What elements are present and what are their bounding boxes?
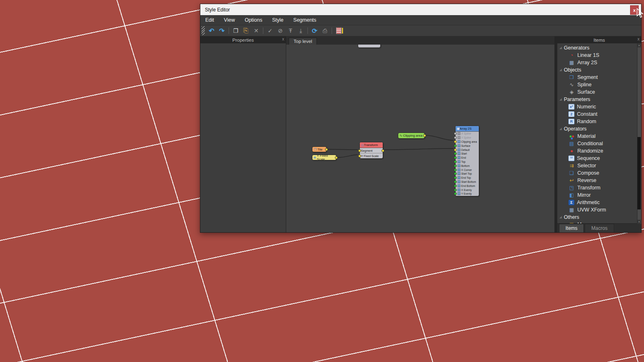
item-reverse[interactable]: ↩Reverse	[557, 177, 641, 184]
item-macro[interactable]: ▨Macro	[557, 221, 641, 223]
group-generators[interactable]: Generators	[557, 44, 641, 52]
scroll-up-icon[interactable]: •	[637, 43, 641, 47]
transform-output-port[interactable]	[381, 149, 384, 152]
array-x-evenly-port[interactable]	[454, 189, 457, 191]
array-row-y-spline: Y Spline	[456, 136, 479, 140]
collapse-box-icon[interactable]: ⤓	[296, 26, 306, 35]
export-icon[interactable]: ⎙	[320, 26, 330, 35]
item-surface[interactable]: ◈Surface	[557, 88, 641, 96]
group-operators[interactable]: Operators	[557, 125, 641, 133]
array-top-port[interactable]	[454, 160, 457, 163]
array-y-spline-port[interactable]	[454, 136, 457, 139]
tab-macros[interactable]: Macros	[585, 224, 614, 232]
items-panel-header[interactable]: Items x	[557, 36, 641, 43]
properties-panel-header[interactable]: Properties x	[200, 36, 286, 43]
array-start-bottom-port[interactable]	[454, 180, 457, 183]
uvw-xform-icon: ▦	[568, 207, 575, 213]
items-scrollbar[interactable]: • •	[637, 43, 641, 224]
menu-view[interactable]: View	[219, 15, 240, 25]
menu-bar: Edit View Options Style Segments	[200, 15, 641, 25]
row-icon	[458, 156, 460, 159]
expand-triangle-icon	[559, 47, 562, 49]
item-sequence[interactable]: ¹²Sequence	[557, 155, 641, 162]
redo-icon[interactable]: ↷	[217, 26, 227, 35]
array-x-spline-port[interactable]	[454, 132, 457, 135]
item-spline[interactable]: ∿Spline	[557, 81, 641, 88]
tab-items[interactable]: Items	[559, 224, 584, 232]
array-row-start: Start	[456, 152, 479, 156]
scroll-down-icon[interactable]: •	[637, 220, 641, 224]
item-mirror[interactable]: ◧Mirror	[557, 191, 641, 199]
item-linear-1s[interactable]: ◔Linear 1S	[557, 52, 641, 59]
clipping-output-port[interactable]	[423, 134, 426, 137]
tile-output-port[interactable]	[325, 148, 328, 151]
confirm-icon[interactable]: ✓	[265, 26, 275, 35]
clipped-node[interactable]	[358, 45, 381, 48]
menu-segments[interactable]: Segments	[288, 15, 321, 25]
array-bottom-port[interactable]	[454, 164, 457, 167]
scrollbar-thumb[interactable]	[637, 137, 641, 209]
clipping-area-node[interactable]: ∿ Clipping area	[398, 133, 425, 139]
item-random[interactable]: RRandom	[557, 118, 641, 125]
toolbar-separator	[307, 27, 308, 34]
window-close-button[interactable]: x	[630, 5, 639, 15]
item-material[interactable]: Material	[557, 133, 641, 140]
transform-yfs-input-port[interactable]	[358, 155, 361, 157]
properties-close-icon[interactable]: x	[282, 37, 284, 41]
array-end-bottom-port[interactable]	[454, 184, 457, 187]
item-segment[interactable]: ❒Segment	[557, 74, 641, 81]
row-icon	[458, 132, 460, 135]
menu-edit[interactable]: Edit	[200, 15, 219, 25]
items-panel-title: Items	[593, 38, 605, 43]
paste-icon[interactable]: ⎘	[241, 26, 251, 35]
properties-panel: Properties x	[200, 36, 286, 232]
copy-icon[interactable]: ❐	[231, 26, 241, 35]
array-2s-node-title: Array 2S	[460, 127, 471, 130]
item-constant[interactable]: 2Constant	[557, 110, 641, 118]
group-objects[interactable]: Objects	[557, 66, 641, 74]
delete-icon[interactable]: ✕	[251, 26, 261, 35]
array-x-corner-port[interactable]	[454, 169, 457, 171]
array-start-port[interactable]	[454, 152, 457, 155]
array-2s-node[interactable]: ▦ Array 2S X Spline Y Spline Clipping ar…	[455, 126, 479, 196]
title-bar[interactable]: Style Editor x	[200, 4, 641, 15]
group-others[interactable]: Others	[557, 214, 641, 221]
panel-splitter[interactable]	[554, 36, 557, 232]
item-uvw-xform[interactable]: ▦UVW XForm	[557, 206, 641, 214]
array-row-x-evenly: X Evenly	[456, 188, 479, 192]
item-transform[interactable]: ◳Transform	[557, 184, 641, 191]
refresh-icon[interactable]: ⟳	[310, 26, 320, 35]
items-close-icon[interactable]: x	[637, 37, 640, 41]
array-surface-port[interactable]	[454, 144, 457, 147]
row-icon	[458, 169, 460, 171]
node-canvas[interactable]: ❒ Tile R Y Fixed Scale ◳ Transform	[286, 45, 554, 232]
item-selector[interactable]: ⇉Selector	[557, 162, 641, 169]
toolbar-grip[interactable]	[202, 26, 205, 35]
item-array-2s[interactable]: ▦Array 2S	[557, 59, 641, 66]
item-numeric[interactable]: x²Numeric	[557, 103, 641, 110]
y-fixed-scale-node[interactable]: R Y Fixed Scale	[312, 155, 337, 160]
array-clipping-port[interactable]	[454, 140, 457, 143]
library-icon[interactable]	[334, 26, 344, 35]
tile-node[interactable]: ❒ Tile	[312, 146, 327, 152]
y-fixed-scale-output-port[interactable]	[335, 156, 338, 159]
menu-options[interactable]: Options	[240, 15, 267, 25]
transform-segment-input-port[interactable]	[358, 149, 361, 152]
disable-icon[interactable]: ⊘	[275, 26, 285, 35]
item-randomize[interactable]: ●Randomize	[557, 147, 641, 155]
item-conditional[interactable]: ▤Conditional	[557, 140, 641, 147]
array-y-evenly-port[interactable]	[454, 192, 457, 195]
array-end-top-port[interactable]	[454, 176, 457, 179]
array-default-port[interactable]	[454, 148, 457, 151]
collapse-top-icon[interactable]: Ŧ	[285, 26, 296, 35]
item-arithmetic[interactable]: ΣArithmetic	[557, 199, 641, 206]
row-icon	[458, 148, 460, 151]
item-compose[interactable]: ❑Compose	[557, 169, 641, 177]
tab-top-level[interactable]: Top level	[289, 38, 317, 45]
array-start-top-port[interactable]	[454, 172, 457, 175]
transform-node[interactable]: ◳ Transform Segment Y Fixed Scale	[359, 142, 383, 159]
menu-style[interactable]: Style	[267, 15, 289, 25]
array-end-port[interactable]	[454, 156, 457, 159]
undo-icon[interactable]: ↶	[206, 26, 217, 35]
group-parameters[interactable]: Parameters	[557, 96, 641, 103]
